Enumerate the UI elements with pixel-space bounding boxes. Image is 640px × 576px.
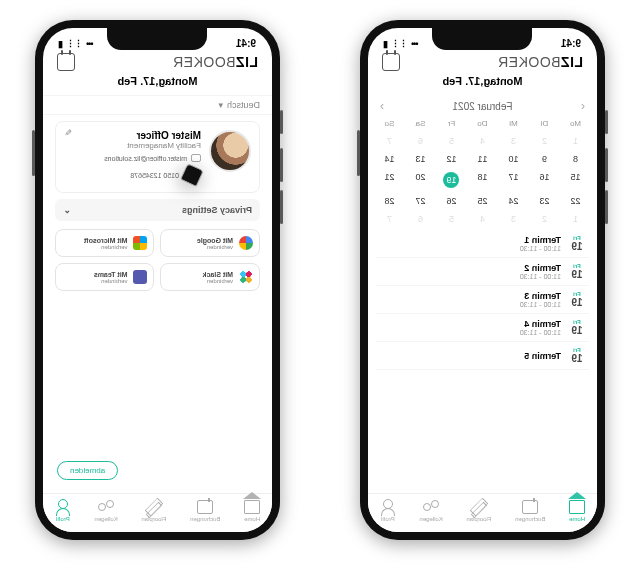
tab-floorplan[interactable]: Floorplan — [142, 500, 167, 522]
calendar-day[interactable]: 4 — [467, 210, 498, 228]
calendar-day[interactable]: 4 — [467, 132, 498, 150]
tab-bar: HomeBuchungenFloorplanKollegenProfil — [368, 493, 597, 532]
calendar-day[interactable]: 12 — [436, 150, 467, 168]
calendar-day[interactable]: 2 — [529, 210, 560, 228]
tab-icon — [380, 500, 396, 514]
edit-icon[interactable]: ✎ — [64, 128, 72, 138]
tab-bar: HomeBuchungenFloorplanKollegenProfil — [43, 493, 272, 532]
tab-buchungen[interactable]: Buchungen — [515, 500, 545, 522]
profile-role: Facility Management — [104, 141, 201, 150]
calendar-day[interactable]: 18 — [467, 168, 498, 192]
integration-icon — [134, 270, 148, 284]
integration-button[interactable]: Mit Googleverbinden — [161, 229, 261, 257]
calendar-day[interactable]: 13 — [405, 150, 436, 168]
tab-icon — [197, 500, 213, 514]
integrations-grid: Mit GoogleverbindenMit Microsoftverbinde… — [43, 225, 272, 295]
tab-profil[interactable]: Profil — [55, 500, 71, 522]
calendar-day[interactable]: 7 — [374, 210, 405, 228]
tab-buchungen[interactable]: Buchungen — [190, 500, 220, 522]
tab-home[interactable]: Home — [244, 500, 260, 522]
events-list: Fri19Termin 111:00 - 11:30Fri19Termin 21… — [368, 228, 597, 370]
calendar-day[interactable]: 9 — [529, 150, 560, 168]
tab-kollegen[interactable]: Kollegen — [420, 500, 443, 522]
integration-button[interactable]: Mit Slackverbinden — [161, 263, 261, 291]
calendar-day[interactable]: 21 — [374, 168, 405, 192]
integration-button[interactable]: Mit Microsoftverbinden — [55, 229, 155, 257]
wifi-icon: ⋮⋮ — [392, 39, 408, 49]
tab-home[interactable]: Home — [569, 500, 585, 522]
calendar-day[interactable]: 15 — [560, 168, 591, 192]
signal-icon: ••• — [87, 39, 93, 49]
tab-kollegen[interactable]: Kollegen — [95, 500, 118, 522]
calendar-day[interactable]: 28 — [374, 192, 405, 210]
calendar-day[interactable]: 5 — [436, 132, 467, 150]
calendar-day[interactable]: 23 — [529, 192, 560, 210]
tab-icon — [98, 500, 114, 514]
tab-profil[interactable]: Profil — [380, 500, 396, 522]
notch — [433, 28, 533, 50]
calendar-day[interactable]: 25 — [467, 192, 498, 210]
integration-icon — [239, 236, 253, 250]
status-time: 9:41 — [236, 38, 256, 49]
event-row[interactable]: Fri19Termin 211:00 - 11:30 — [376, 258, 589, 286]
integration-icon — [239, 270, 253, 284]
tab-icon — [423, 500, 439, 514]
language-selector[interactable]: Deutsch ▾ — [43, 95, 272, 115]
calendar-day[interactable]: 8 — [560, 150, 591, 168]
event-row[interactable]: Fri19Termin 311:00 - 11:30 — [376, 286, 589, 314]
event-row[interactable]: Fri19Termin 411:00 - 11:30 — [376, 314, 589, 342]
phone-icon — [180, 163, 204, 187]
calendar-day[interactable]: 27 — [405, 192, 436, 210]
phone-left: 9:41 ••• ⋮⋮ ▮ LIZBOOKER Montag,17. Feb ‹… — [360, 20, 605, 540]
calendar-day[interactable]: 14 — [374, 150, 405, 168]
page-date: Montag,17. Feb — [43, 75, 272, 87]
calendar-day[interactable]: 3 — [498, 210, 529, 228]
calendar-day[interactable]: 20 — [405, 168, 436, 192]
profile-email: mister.officer@liz.solutions — [104, 154, 201, 162]
mail-icon — [191, 154, 201, 162]
tab-icon — [471, 500, 487, 514]
notch — [108, 28, 208, 50]
calendar-day[interactable]: 24 — [498, 192, 529, 210]
battery-icon: ▮ — [384, 39, 388, 49]
event-row[interactable]: Fri19Termin 5 — [376, 342, 589, 370]
integration-icon — [134, 236, 148, 250]
chevron-left-icon[interactable]: ‹ — [581, 99, 585, 113]
calendar-day[interactable]: 26 — [436, 192, 467, 210]
calendar-day[interactable]: 19 — [436, 168, 467, 192]
calendar-day[interactable]: 1 — [560, 210, 591, 228]
calendar-day[interactable]: 10 — [498, 150, 529, 168]
tab-icon — [569, 500, 585, 514]
integration-button[interactable]: Mit Teamsverbinden — [55, 263, 155, 291]
calendar-day[interactable]: 16 — [529, 168, 560, 192]
calendar-icon[interactable] — [382, 53, 400, 71]
event-row[interactable]: Fri19Termin 111:00 - 11:30 — [376, 230, 589, 258]
calendar-day[interactable]: 6 — [405, 132, 436, 150]
calendar-day[interactable]: 17 — [498, 168, 529, 192]
month-label: Februar 2021 — [452, 101, 512, 112]
phone-right: 9:41 ••• ⋮⋮ ▮ LIZBOOKER Montag,17. Feb D… — [35, 20, 280, 540]
weekday-row: MoDiMiDoFrSaSo — [368, 117, 597, 132]
calendar-day[interactable]: 7 — [374, 132, 405, 150]
calendar-day[interactable]: 11 — [467, 150, 498, 168]
calendar-day[interactable]: 6 — [405, 210, 436, 228]
calendar-icon[interactable] — [57, 53, 75, 71]
page-date: Montag,17. Feb — [368, 75, 597, 87]
calendar-grid[interactable]: 1234567891011121314151617181920212223242… — [368, 132, 597, 228]
calendar-day[interactable]: 2 — [529, 132, 560, 150]
chevron-down-icon: ⌄ — [63, 205, 71, 215]
signal-icon: ••• — [412, 39, 418, 49]
calendar-day[interactable]: 3 — [498, 132, 529, 150]
wifi-icon: ⋮⋮ — [67, 39, 83, 49]
profile-card: Mister Officer Facility Management miste… — [55, 121, 260, 193]
tab-icon — [522, 500, 538, 514]
calendar-day[interactable]: 1 — [560, 132, 591, 150]
calendar-day[interactable]: 5 — [436, 210, 467, 228]
tab-floorplan[interactable]: Floorplan — [467, 500, 492, 522]
privacy-settings-row[interactable]: Privacy Settings ⌄ — [55, 199, 260, 221]
battery-icon: ▮ — [59, 39, 63, 49]
chevron-right-icon[interactable]: › — [380, 99, 384, 113]
chevron-down-icon: ▾ — [218, 100, 223, 110]
calendar-day[interactable]: 22 — [560, 192, 591, 210]
logout-button[interactable]: abmelden — [57, 461, 118, 480]
